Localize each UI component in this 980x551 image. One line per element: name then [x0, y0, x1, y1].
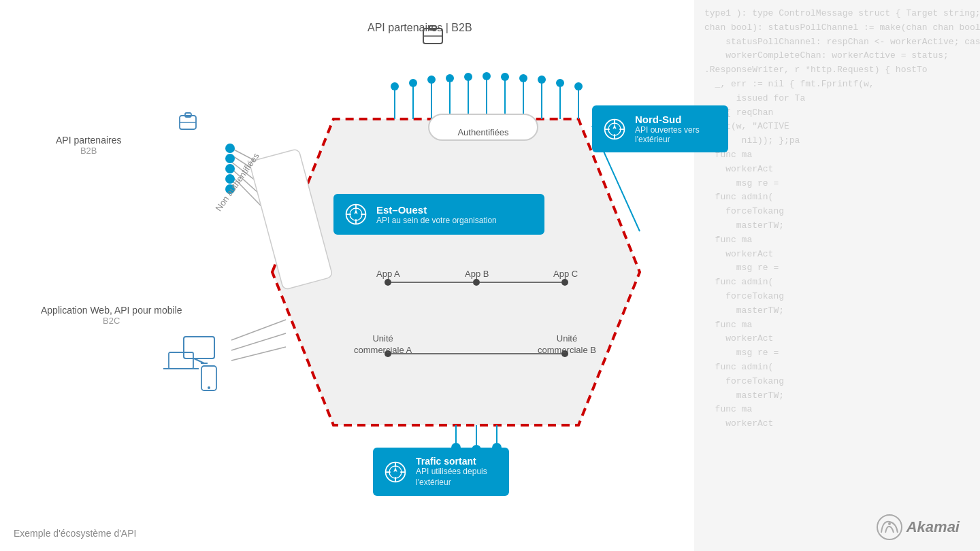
trafic-subtitle: API utilisées depuis l'extérieur: [416, 467, 499, 488]
svg-point-19: [501, 73, 509, 81]
top-api-text: API partenaires | B2B: [368, 22, 472, 34]
est-ouest-box: Est–Ouest API au sein de votre organisat…: [333, 194, 544, 235]
svg-point-41: [473, 279, 480, 286]
nord-sud-compass-icon: [602, 117, 627, 141]
unite-b-label: Unité commerciale B: [538, 333, 596, 356]
svg-rect-63: [184, 337, 214, 358]
svg-point-92: [888, 522, 891, 525]
app-web-label: Application Web, API pour mobile B2C: [41, 305, 182, 326]
auth-label: Authentifiées: [429, 119, 538, 145]
trafic-title: Trafic sortant: [416, 456, 499, 467]
svg-point-69: [208, 386, 210, 389]
svg-point-23: [574, 82, 583, 90]
unite-a-label: Unité commerciale A: [354, 333, 412, 356]
svg-point-42: [561, 279, 568, 286]
nord-sud-box: Nord-Sud API ouvertes vers l'extérieur: [592, 105, 728, 152]
svg-point-17: [464, 73, 472, 81]
bottom-caption: Exemple d'écosystème d'API: [14, 528, 136, 539]
svg-line-39: [231, 347, 286, 361]
svg-point-22: [556, 79, 564, 87]
code-background: type1 ): type ControlMessage struct { Ta…: [694, 0, 980, 551]
svg-line-37: [231, 320, 286, 340]
trafic-compass-icon: [383, 460, 408, 484]
akamai-logo-icon: [876, 514, 903, 541]
akamai-logo: Akamai: [876, 514, 960, 541]
svg-point-21: [538, 76, 546, 84]
svg-point-33: [225, 164, 235, 173]
svg-point-40: [385, 279, 391, 286]
svg-rect-61: [185, 113, 191, 117]
est-ouest-compass-icon: [344, 202, 368, 227]
svg-point-14: [409, 79, 417, 87]
svg-point-13: [391, 82, 399, 90]
svg-line-38: [231, 333, 286, 350]
est-ouest-title: Est–Ouest: [376, 204, 497, 216]
trafic-sortant-box: Trafic sortant API utilisées depuis l'ex…: [373, 448, 509, 496]
app-c-label: App C: [553, 269, 578, 279]
svg-point-32: [225, 154, 235, 163]
svg-point-20: [519, 74, 527, 82]
svg-point-31: [225, 144, 235, 153]
nord-sud-subtitle: API ouvertes vers l'extérieur: [635, 125, 718, 144]
svg-marker-90: [393, 467, 397, 471]
akamai-text: Akamai: [906, 518, 960, 536]
est-ouest-subtitle: API au sein de votre organisation: [376, 216, 497, 225]
svg-point-16: [446, 74, 454, 82]
app-b-label: App B: [465, 269, 489, 279]
svg-marker-76: [612, 124, 616, 129]
svg-point-15: [427, 76, 436, 84]
svg-line-64: [194, 358, 204, 363]
api-partenaires-left-label: API partenaires B2B: [56, 135, 122, 156]
svg-marker-83: [354, 210, 357, 214]
app-a-label: App A: [376, 269, 400, 279]
svg-rect-66: [169, 352, 193, 369]
main-diagram: [0, 0, 694, 551]
svg-point-18: [483, 72, 491, 80]
top-api-label: API partenaires | B2B: [368, 22, 472, 34]
nord-sud-title: Nord-Sud: [635, 114, 718, 125]
